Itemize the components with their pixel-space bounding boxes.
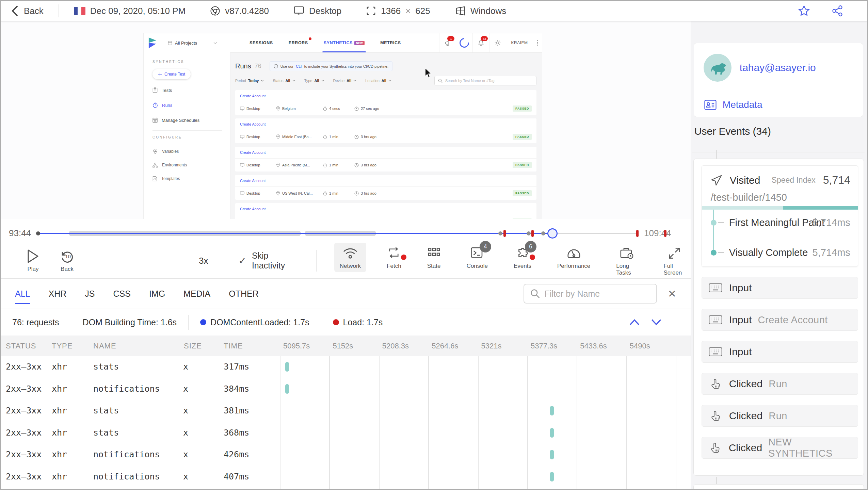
network-rows: 2xx–3xx xhr stats x 317ms 2xx–3xx xhr no… [1, 356, 691, 488]
sidebar-item-templates: Templates [152, 172, 230, 185]
run-row: Desktop Belgium 4 secs [235, 102, 536, 115]
speed-button[interactable]: 3x [199, 256, 208, 266]
metadata-button[interactable]: Metadata [694, 92, 863, 117]
console-panel-button[interactable]: 4 Console [461, 242, 493, 272]
visited-event-card[interactable]: Visited Speed Index 5,714 /test-builder/… [702, 165, 858, 267]
full-screen-button[interactable]: Full Screen [658, 242, 690, 279]
speed-index-value: 5,714 [823, 174, 850, 186]
request-type: xhr [52, 406, 67, 415]
console-icon: 4 [470, 246, 484, 261]
event-group-card: Visited Speed Index 5,714 /test-builder/… [693, 159, 864, 476]
col-status[interactable]: STATUS [6, 342, 36, 350]
network-tab[interactable]: CSS [113, 279, 130, 309]
user-profile-card: tahay@asayer.io Metadata [694, 43, 863, 117]
network-request-row[interactable]: 2xx–3xx xhr stats x 381ms [1, 400, 691, 422]
dom-content-loaded: DOMContentLoaded: 1.7s [188, 315, 321, 330]
run-row: Desktop Canada (Central) 1 min [235, 215, 536, 219]
long-tasks-panel-button[interactable]: Long Tasks [611, 242, 643, 279]
filter-type: TypeAll [304, 79, 324, 83]
live-spinner-icon [456, 33, 472, 52]
fetch-panel-button[interactable]: Fetch [381, 242, 407, 272]
network-request-row[interactable]: 2xx–3xx xhr notifications x 407ms [1, 466, 691, 488]
back-10-icon: 10 [60, 249, 75, 264]
network-table: STATUS TYPE NAME SIZE TIME 5095.7s5152s5… [1, 336, 691, 490]
network-tab[interactable]: OTHER [229, 279, 259, 309]
back-button[interactable]: Back [11, 5, 44, 16]
col-size[interactable]: SIZE [184, 342, 202, 350]
network-request-row[interactable]: 2xx–3xx xhr notifications x 426ms [1, 444, 691, 466]
state-panel-button[interactable]: State [422, 242, 446, 272]
time-column-label: 5152s [329, 336, 379, 356]
favorite-star-icon[interactable] [798, 5, 810, 17]
replay-tab-metrics: METRICS [380, 33, 401, 52]
performance-panel-button[interactable]: Performance [552, 242, 596, 272]
filter-period: PeriodToday [235, 79, 264, 83]
event-detail: Create Account [758, 314, 828, 326]
run-status-badge: PASSED [513, 190, 532, 196]
run-group-card: Create Account Desktop Belgium [235, 90, 536, 115]
events-panel-button[interactable]: 6 Events [508, 242, 537, 272]
user-event-item[interactable]: Clicked NEW SYNTHETICS [702, 437, 858, 459]
network-panel-button[interactable]: Network [334, 242, 366, 272]
os-info: Windows [455, 6, 506, 16]
browser-version: v87.0.4280 [225, 6, 269, 16]
network-tab[interactable]: MEDIA [183, 279, 210, 309]
user-event-item[interactable]: Input [702, 341, 858, 363]
network-request-row[interactable]: 2xx–3xx xhr notifications x 384ms [1, 378, 691, 400]
request-waterfall-bar [550, 406, 554, 415]
user-email-link[interactable]: tahay@asayer.io [740, 62, 816, 74]
events-connector-line [692, 152, 865, 152]
error-tick [636, 230, 639, 237]
jump-prev-icon[interactable] [629, 319, 640, 326]
request-name: notifications [93, 450, 160, 459]
request-time: 384ms [224, 384, 249, 394]
player-controls: Play 10 Back 3x ✓ Skip Inactivity [1, 243, 691, 279]
user-event-item[interactable]: Input [702, 277, 858, 299]
run-status-badge: PASSED [513, 105, 532, 112]
run-group-card: Create Account Desktop Asia Pacific (M..… [235, 147, 536, 172]
network-request-row[interactable]: 2xx–3xx xhr stats x 317ms [1, 356, 691, 378]
network-tabs-row: ALL XHRJSCSSIMGMEDIAOTHER Filter by Name… [1, 279, 691, 309]
run-test-name-link: Create Account [235, 203, 536, 215]
close-panel-icon[interactable]: ✕ [668, 288, 676, 300]
fetch-icon [387, 246, 401, 261]
request-status: 2xx–3xx [6, 384, 42, 394]
pointer-hand-icon [702, 442, 729, 454]
run-time-ago: 3 hrs ago [354, 135, 399, 139]
timeline-progress [38, 233, 552, 234]
skip-inactivity-toggle[interactable]: ✓ Skip Inactivity [238, 251, 301, 271]
user-event-item[interactable]: Clicked Run [702, 405, 858, 427]
filter-by-name-input[interactable]: Filter by Name [524, 284, 657, 304]
run-time-ago: 3 hrs ago [354, 163, 399, 167]
network-tab[interactable]: JS [85, 279, 95, 309]
back-10-button[interactable]: 10 Back [60, 249, 75, 273]
performance-icon [566, 246, 581, 261]
id-card-icon [704, 100, 717, 110]
network-request-row[interactable]: 2xx–3xx xhr stats x 368ms [1, 422, 691, 444]
col-name[interactable]: NAME [93, 342, 116, 350]
play-icon [26, 249, 40, 264]
col-time[interactable]: TIME [224, 342, 243, 350]
red-dot [333, 319, 339, 325]
share-icon[interactable] [831, 5, 843, 17]
network-tab[interactable]: XHR [48, 279, 66, 309]
play-button[interactable]: Play [26, 249, 40, 273]
network-tab[interactable]: IMG [149, 279, 165, 309]
replay-viewport[interactable]: All Projects SESSIONS ERRORS SYNTHETICSN… [1, 21, 691, 219]
jump-next-icon[interactable] [651, 319, 661, 326]
events-red-dot [530, 255, 535, 260]
col-type[interactable]: TYPE [52, 342, 73, 350]
run-status-badge: PASSED [513, 134, 532, 140]
event-dot [541, 231, 545, 235]
timeline-scrubber[interactable] [547, 228, 558, 239]
user-event-item[interactable]: Clicked Run [702, 373, 858, 395]
network-tab-all[interactable]: ALL [15, 279, 30, 309]
long-tasks-icon [620, 246, 634, 261]
user-event-item[interactable]: Input Create Account [702, 309, 858, 331]
cli-link: CLI [296, 64, 302, 68]
project-selector: All Projects [163, 33, 222, 52]
request-size: x [183, 472, 188, 481]
time-column-label: 5264.6s [428, 336, 478, 356]
windows-icon [455, 6, 466, 16]
runs-count: 76 [255, 63, 261, 70]
